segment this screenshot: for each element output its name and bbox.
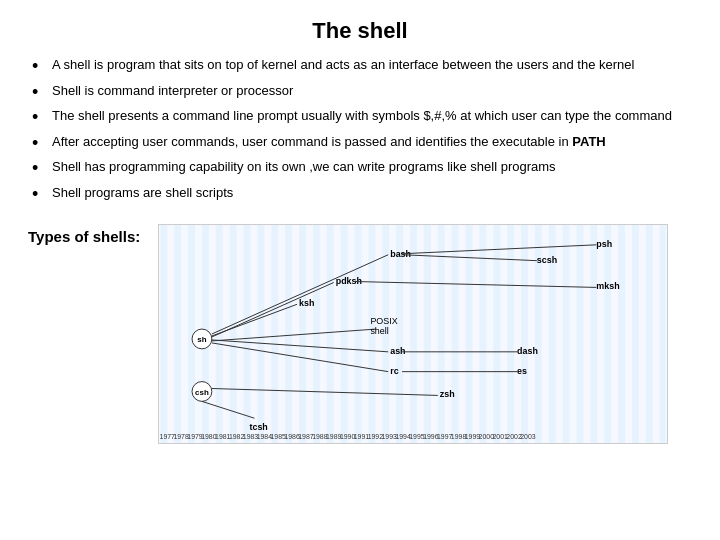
bullet-dot: • xyxy=(32,184,48,206)
svg-text:zsh: zsh xyxy=(440,389,455,399)
svg-text:POSIX: POSIX xyxy=(370,316,397,326)
svg-text:scsh: scsh xyxy=(537,254,557,264)
svg-text:shell: shell xyxy=(370,326,388,336)
page-title: The shell xyxy=(28,18,692,44)
svg-text:csh: csh xyxy=(195,388,209,397)
svg-text:ksh: ksh xyxy=(299,298,314,308)
svg-text:ash: ash xyxy=(390,345,405,355)
list-item: • Shell has programming capability on it… xyxy=(32,158,692,180)
svg-text:dash: dash xyxy=(517,345,538,355)
svg-text:sh: sh xyxy=(197,334,206,343)
bullet-text-part: After accepting user commands, user comm… xyxy=(52,134,572,149)
svg-rect-1 xyxy=(160,225,665,443)
svg-text:es: es xyxy=(517,365,527,375)
shell-diagram: 1977 1978 1979 1980 1981 1982 1983 1984 … xyxy=(158,224,668,444)
bullet-dot: • xyxy=(32,133,48,155)
svg-text:mksh: mksh xyxy=(596,281,619,291)
svg-text:rc: rc xyxy=(390,365,398,375)
bullet-dot: • xyxy=(32,56,48,78)
bottom-area: Types of shells: 1977 1978 1979 1980 xyxy=(28,224,692,447)
page: The shell • A shell is program that sits… xyxy=(0,0,720,540)
bullet-text: Shell is command interpreter or processo… xyxy=(52,82,692,100)
list-item: • After accepting user commands, user co… xyxy=(32,133,692,155)
bullet-text: The shell presents a command line prompt… xyxy=(52,107,692,125)
bullet-text: After accepting user commands, user comm… xyxy=(52,133,692,151)
svg-text:tcsh: tcsh xyxy=(250,422,268,432)
bullet-dot: • xyxy=(32,158,48,180)
list-item: • Shell is command interpreter or proces… xyxy=(32,82,692,104)
list-item: • The shell presents a command line prom… xyxy=(32,107,692,129)
list-item: • A shell is program that sits on top of… xyxy=(32,56,692,78)
diagram-area: 1977 1978 1979 1980 1981 1982 1983 1984 … xyxy=(158,224,692,447)
types-label: Types of shells: xyxy=(28,228,158,245)
bold-path: PATH xyxy=(572,134,605,149)
bullet-text: Shell has programming capability on its … xyxy=(52,158,692,176)
types-label-col: Types of shells: xyxy=(28,224,158,253)
list-item: • Shell programs are shell scripts xyxy=(32,184,692,206)
bullet-dot: • xyxy=(32,107,48,129)
bullet-list: • A shell is program that sits on top of… xyxy=(28,56,692,210)
bullet-dot: • xyxy=(32,82,48,104)
svg-text:psh: psh xyxy=(596,238,612,248)
bullet-text: A shell is program that sits on top of k… xyxy=(52,56,692,74)
svg-text:2003: 2003 xyxy=(520,433,536,440)
bullet-text: Shell programs are shell scripts xyxy=(52,184,692,202)
